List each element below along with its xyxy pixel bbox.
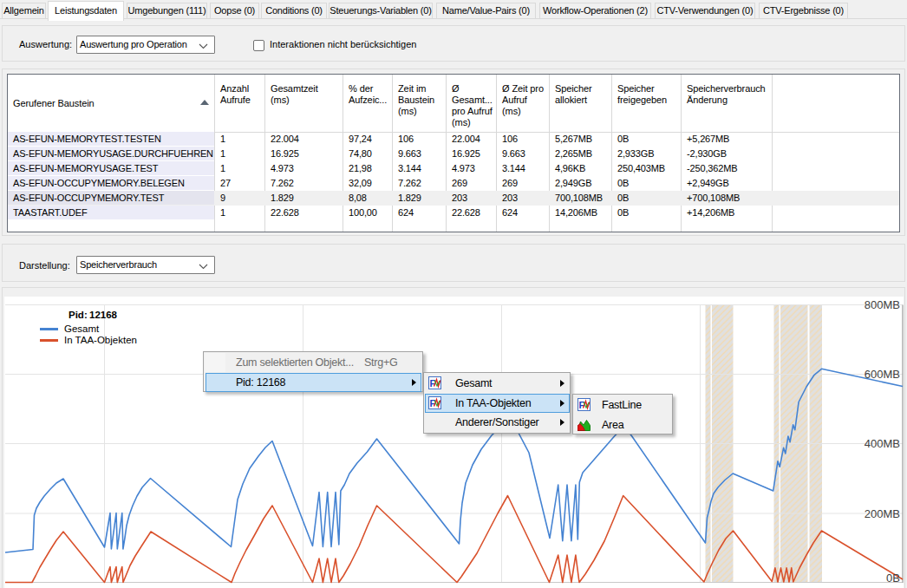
svg-text:400MB: 400MB <box>865 437 900 450</box>
svg-text:600MB: 600MB <box>865 368 900 381</box>
svg-text:200MB: 200MB <box>865 507 900 520</box>
svg-text:800MB: 800MB <box>865 298 900 311</box>
svg-text:0B: 0B <box>886 572 900 585</box>
